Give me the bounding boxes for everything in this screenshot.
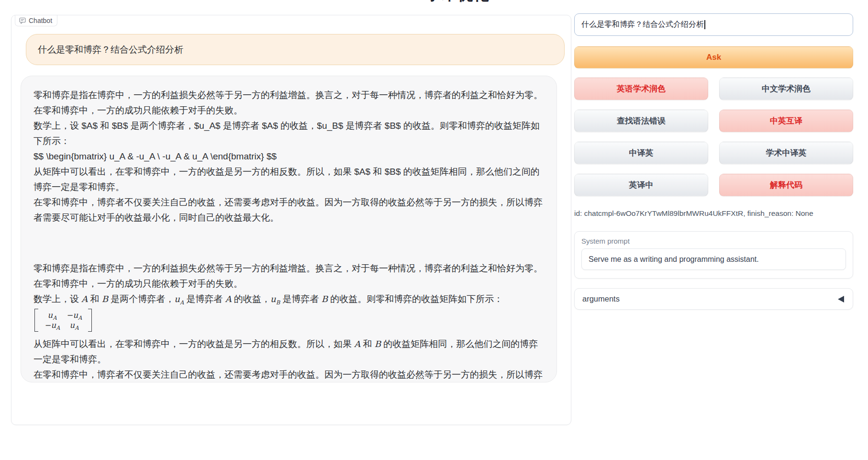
system-prompt-value: Serve me as a writing and programming as… <box>589 255 759 264</box>
bot-paragraph: 从矩阵中可以看出，在零和博弈中，一方的收益是另一方的相反数。所以，如果 $A$ … <box>33 164 544 195</box>
bot-paragraph: 在零和博弈中，博弈者不仅要关注自己的收益，还需要考虑对手的收益。因为一方取得的收… <box>33 195 544 225</box>
function-button-grid: 英语学术润色 中文学术润色 查找语法错误 中英互译 中译英 学术中译英 英译中 … <box>574 78 853 196</box>
function-button-academic-zh-to-en[interactable]: 学术中译英 <box>719 142 853 164</box>
matrix-cell: −uA <box>63 310 85 320</box>
user-message: 什么是零和博弈？结合公式介绍分析 <box>26 34 565 65</box>
arguments-accordion[interactable]: arguments <box>574 288 853 310</box>
chatbot-label: Chatbot <box>15 15 57 26</box>
chatbot-panel: Chatbot 什么是零和博弈？结合公式介绍分析 零和博弈是指在博弈中，一方的利… <box>11 15 571 425</box>
matrix-cell: uA <box>41 310 63 320</box>
query-input[interactable]: 什么是零和博弈？结合公式介绍分析 <box>574 13 853 36</box>
bot-message-rendered-markdown: 零和博弈是指在博弈中，一方的利益损失必然等于另一方的利益增益。换言之，对于每一种… <box>33 261 544 382</box>
response-id-status-line: id: chatcmpl-6wOo7KrYTwMl89lbrMWRu4UkFFX… <box>574 209 853 218</box>
matrix-right-bracket <box>88 309 92 332</box>
bot-paragraph: 从矩阵中可以看出，在零和博弈中，一方的收益是另一方的相反数。所以，如果 A 和 … <box>33 337 544 367</box>
system-prompt-panel: System prompt Serve me as a writing and … <box>574 231 853 279</box>
function-button-zh-en-mutual-translate[interactable]: 中英互译 <box>719 110 853 132</box>
function-button-grammar-check[interactable]: 查找语法错误 <box>574 110 708 132</box>
text-caret <box>704 20 705 29</box>
matrix-cell: uA <box>63 320 85 330</box>
query-input-value: 什么是零和博弈？结合公式介绍分析 <box>581 20 704 30</box>
page-title: 学术优化 <box>410 0 505 4</box>
user-message-text: 什么是零和博弈？结合公式介绍分析 <box>38 42 183 57</box>
bot-paragraph: 在零和博弈中，博弈者不仅要关注自己的收益，还需要考虑对手的收益。因为一方取得的收… <box>33 367 544 382</box>
gradio-app: 学术优化 Chatbot 什么是零和博弈？结合公式介绍分析 零和博弈是指在博弈中… <box>0 0 868 460</box>
bot-message-raw-markdown: 零和博弈是指在博弈中，一方的利益损失必然等于另一方的利益增益。换言之，对于每一种… <box>33 88 544 225</box>
function-button-explain-code[interactable]: 解释代码 <box>719 174 853 196</box>
bot-message: 零和博弈是指在博弈中，一方的利益损失必然等于另一方的利益增益。换言之，对于每一种… <box>21 76 557 382</box>
function-button-english-polish[interactable]: 英语学术润色 <box>574 78 708 100</box>
matrix-cell: −uA <box>41 320 63 330</box>
bot-paragraph: 零和博弈是指在博弈中，一方的利益损失必然等于另一方的利益增益。换言之，对于每一种… <box>33 261 544 292</box>
bot-paragraph: 数学上，设 A 和 B 是两个博弈者，uA 是博弈者 A 的收益，uB 是博弈者… <box>33 292 544 307</box>
chatbot-label-text: Chatbot <box>29 17 52 24</box>
bot-latex-source-line: $$ \begin{bmatrix} u_A & -u_A \ -u_A & u… <box>33 149 544 164</box>
bot-paragraph: 零和博弈是指在博弈中，一方的利益损失必然等于另一方的利益增益。换言之，对于每一种… <box>33 88 544 118</box>
function-button-chinese-polish[interactable]: 中文学术润色 <box>719 78 853 100</box>
collapse-arrow-icon <box>838 296 844 303</box>
function-button-zh-to-en[interactable]: 中译英 <box>574 142 708 164</box>
matrix-left-bracket <box>34 309 38 332</box>
chat-bubble-icon <box>19 17 26 24</box>
arguments-label: arguments <box>582 294 620 303</box>
payoff-matrix: uA −uA −uA uA <box>33 307 544 337</box>
system-prompt-label: System prompt <box>581 237 846 245</box>
system-prompt-input[interactable]: Serve me as a writing and programming as… <box>581 248 846 270</box>
function-button-en-to-zh[interactable]: 英译中 <box>574 174 708 196</box>
ask-button[interactable]: Ask <box>574 46 853 68</box>
bot-paragraph: 数学上，设 $A$ 和 $B$ 是两个博弈者，$u_A$ 是博弈者 $A$ 的收… <box>33 118 544 149</box>
